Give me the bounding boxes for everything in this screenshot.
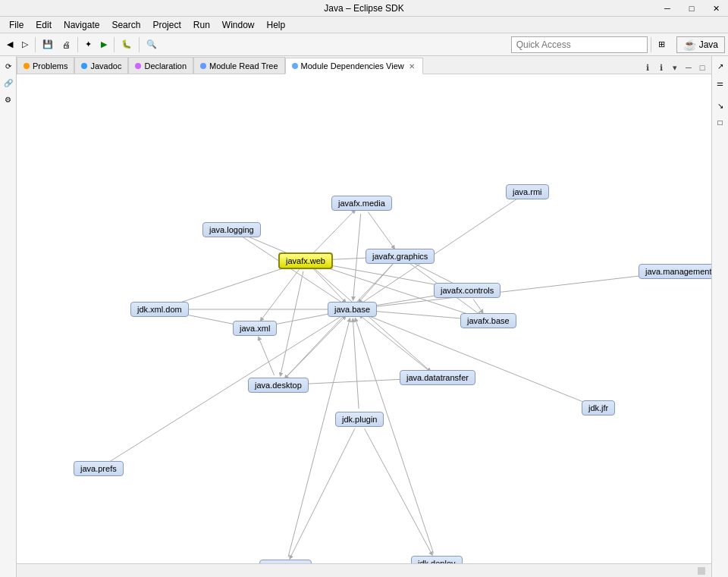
node-java.datatransfer[interactable]: java.datatransfer <box>400 370 475 385</box>
right-sidebar-icon4[interactable]: □ <box>714 115 727 129</box>
svg-line-16 <box>473 299 482 312</box>
menu-item-window[interactable]: Window <box>216 18 261 32</box>
toolbar: ◀ ▷ 💾 🖨 ✦ ▶ 🐛 🔍 ⊞ ☕ Java <box>0 33 728 56</box>
tab-problems-label: Problems <box>33 61 67 71</box>
back-button[interactable]: ◀ <box>3 36 17 54</box>
perspective-button[interactable]: ⊞ <box>654 36 669 54</box>
svg-line-28 <box>360 316 429 372</box>
forward-button[interactable]: ▷ <box>18 36 32 54</box>
node-javafx.graphics[interactable]: javafx.graphics <box>366 249 435 264</box>
resize-handle[interactable] <box>698 567 705 575</box>
graph-canvas: javafx.webjavafx.mediajavafx.graphicsjav… <box>17 74 711 563</box>
node-java.xml[interactable]: java.xml <box>233 321 277 336</box>
menu-item-file[interactable]: File <box>3 18 30 32</box>
svg-line-31 <box>365 428 432 553</box>
svg-line-35 <box>356 319 434 553</box>
right-sidebar-icon3[interactable]: ↘ <box>714 99 727 112</box>
menu-item-help[interactable]: Help <box>261 18 292 32</box>
svg-line-13 <box>359 264 393 301</box>
svg-line-20 <box>362 273 667 309</box>
module-read-tree-icon <box>200 63 206 69</box>
menu-item-edit[interactable]: Edit <box>30 18 58 32</box>
tab-declaration[interactable]: Declaration <box>128 57 193 74</box>
node-java.management[interactable]: java.management <box>639 264 711 279</box>
javadoc-icon <box>81 63 87 69</box>
window-controls: ─ □ ✕ <box>655 0 728 17</box>
node-jdk.deploy[interactable]: jdk.deploy <box>411 556 463 563</box>
right-sidebar-icon1[interactable]: ↗ <box>714 59 727 73</box>
right-sidebar: ↗ ⚌ ↘ □ <box>711 56 728 577</box>
java-label: Java <box>699 39 718 50</box>
node-jdk.javaws[interactable]: jdk.javaws <box>259 560 312 563</box>
menu-item-project[interactable]: Project <box>146 18 187 32</box>
tab-module-deps-close[interactable]: ✕ <box>407 62 416 71</box>
node-jdk.plugin[interactable]: jdk.plugin <box>335 412 384 427</box>
node-jdk.xml.dom[interactable]: jdk.xml.dom <box>130 302 189 317</box>
tab-javadoc[interactable]: Javadoc <box>74 57 128 74</box>
menu-bar: FileEditNavigateSearchProjectRunWindowHe… <box>0 17 728 33</box>
save-button[interactable]: 💾 <box>39 36 57 54</box>
svg-line-6 <box>170 264 296 306</box>
run-button[interactable]: ▶ <box>97 36 111 54</box>
sidebar-link-icon[interactable]: 🔗 <box>2 76 15 89</box>
separator-2 <box>77 37 78 52</box>
svg-line-34 <box>288 320 350 557</box>
search-button[interactable]: 🔍 <box>143 36 161 54</box>
tab-minimize-button[interactable]: ─ <box>682 61 695 74</box>
left-sidebar: ⟳ 🔗 ⚙ <box>0 56 17 577</box>
menu-item-run[interactable]: Run <box>187 18 216 32</box>
tab-javadoc-label: Javadoc <box>90 61 121 71</box>
tab-maximize-button[interactable]: □ <box>696 61 708 74</box>
tab-module-read-tree[interactable]: Module Read Tree <box>193 57 285 74</box>
sidebar-restore-icon[interactable]: ⟳ <box>2 59 15 73</box>
node-javafx.controls[interactable]: javafx.controls <box>434 283 500 298</box>
node-java.rmi[interactable]: java.rmi <box>506 184 549 199</box>
new-button[interactable]: ✦ <box>81 36 96 54</box>
separator-1 <box>35 37 36 52</box>
tab-problems[interactable]: Problems <box>17 57 74 74</box>
menu-item-search[interactable]: Search <box>105 18 146 32</box>
node-java.prefs[interactable]: java.prefs <box>74 461 124 476</box>
svg-line-4 <box>313 268 345 302</box>
tab-module-deps[interactable]: Module Dependencies View ✕ <box>285 58 423 74</box>
java-icon: ☕ <box>683 39 696 51</box>
node-java.base[interactable]: java.base <box>328 302 377 317</box>
svg-line-9 <box>313 268 429 370</box>
menu-item-navigate[interactable]: Navigate <box>58 18 105 32</box>
svg-line-26 <box>259 338 274 375</box>
node-jdk.jfr[interactable]: jdk.jfr <box>582 400 615 416</box>
node-javafx.web[interactable]: javafx.web <box>278 252 333 269</box>
declaration-icon <box>135 63 141 69</box>
svg-line-15 <box>410 261 458 285</box>
node-java.logging[interactable]: java.logging <box>202 222 261 237</box>
svg-line-21 <box>240 236 344 304</box>
problems-icon <box>24 63 30 69</box>
quick-access-input[interactable] <box>511 36 648 53</box>
svg-line-10 <box>368 212 394 247</box>
main-layout: ⟳ 🔗 ⚙ Problems Javadoc Declaration Modul… <box>0 56 728 577</box>
sidebar-filter-icon[interactable]: ⚙ <box>2 93 15 106</box>
debug-button[interactable]: 🐛 <box>118 36 136 54</box>
maximize-button[interactable]: □ <box>679 0 704 17</box>
module-deps-icon <box>292 63 298 69</box>
svg-line-0 <box>313 211 354 253</box>
right-sidebar-icon2[interactable]: ⚌ <box>714 76 727 89</box>
svg-line-25 <box>286 317 345 378</box>
close-button[interactable]: ✕ <box>704 0 728 17</box>
svg-line-30 <box>290 429 355 558</box>
separator-5 <box>651 37 651 52</box>
print-button[interactable]: 🖨 <box>58 36 74 54</box>
separator-3 <box>114 37 115 52</box>
svg-line-29 <box>353 320 359 409</box>
node-javafx.base[interactable]: javafx.base <box>460 313 516 328</box>
node-javafx.media[interactable]: javafx.media <box>331 196 392 211</box>
tab-info-button[interactable]: ℹ <box>642 61 654 74</box>
minimize-button[interactable]: ─ <box>655 0 679 17</box>
node-java.desktop[interactable]: java.desktop <box>248 378 309 393</box>
tab-info2-button[interactable]: ℹ <box>655 61 667 74</box>
status-bar <box>17 563 711 577</box>
tab-menu-button[interactable]: ▾ <box>669 61 681 74</box>
tab-declaration-label: Declaration <box>144 61 187 71</box>
java-perspective-button[interactable]: ☕ Java <box>676 36 725 53</box>
svg-line-8 <box>281 271 303 375</box>
